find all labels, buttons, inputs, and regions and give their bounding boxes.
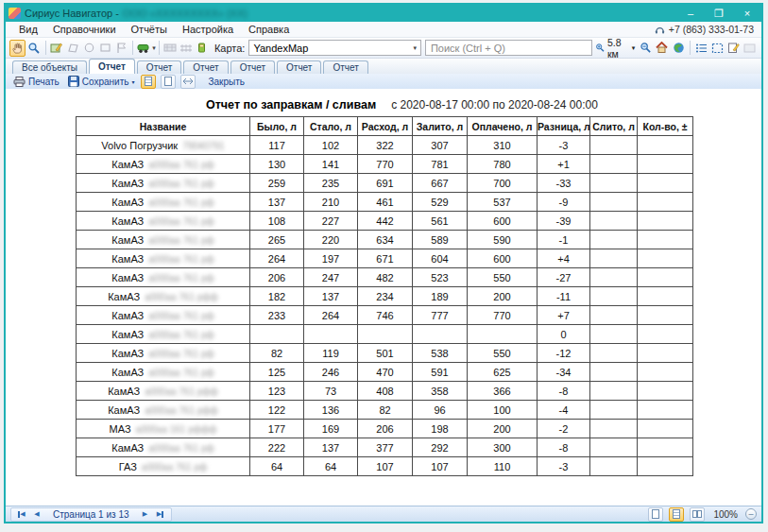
tab-4[interactable]: Отчет <box>230 60 275 74</box>
vehicle-brand: Volvo Погрузчик <box>101 140 178 151</box>
table-row: КамАЗа000аа 761 рф259235691667700-33 <box>77 174 693 193</box>
layout-page-button[interactable] <box>669 507 684 522</box>
menu-item-0[interactable]: Вид <box>11 24 45 35</box>
home-icon[interactable] <box>654 40 670 57</box>
zoom-controls: 100% – <box>647 507 757 522</box>
flag-tool-icon[interactable] <box>113 40 129 57</box>
note-edit-icon[interactable] <box>725 40 742 57</box>
table-header-row: НазваниеБыло, лСтало, лРасход, лЗалито, … <box>77 117 693 136</box>
vehicle-name-cell: МАЗа000аа 161 рффф <box>77 420 250 438</box>
value-cell: 265 <box>250 231 304 249</box>
value-cell <box>590 268 638 287</box>
value-cell: -1 <box>538 231 590 249</box>
zoom-scale-button[interactable]: 5.8 км ▾ <box>592 40 638 57</box>
menu-item-2[interactable]: Отчёты <box>124 24 175 35</box>
print-button[interactable]: Печать <box>10 75 62 89</box>
search-input[interactable]: Поиск (Ctrl + Q) <box>425 40 593 56</box>
maximize-button[interactable]: ❐ <box>705 5 733 22</box>
menu-item-4[interactable]: Справка <box>241 24 297 35</box>
vehicle-name-cell: КамАЗа000аа 761 рфф <box>77 382 250 401</box>
view-two-page-button[interactable] <box>161 75 176 89</box>
value-cell: 529 <box>413 193 468 212</box>
vehicle-brand: КамАЗ <box>111 178 144 189</box>
table-row: КамАЗа000аа 761 рф125246470591625-34 <box>77 363 693 382</box>
value-cell: 300 <box>468 438 538 457</box>
value-cell <box>638 193 693 212</box>
value-cell: -4 <box>538 401 590 420</box>
value-cell <box>638 155 693 174</box>
value-cell: 259 <box>250 174 304 193</box>
rect-tool-icon[interactable] <box>97 40 113 57</box>
tab-1-active[interactable]: Отчет <box>89 59 135 74</box>
next-page-button[interactable]: ▶ <box>139 508 152 521</box>
edit-map-icon[interactable] <box>48 40 64 57</box>
value-cell: 197 <box>304 249 358 268</box>
value-cell: 671 <box>358 249 413 268</box>
value-cell: 442 <box>358 212 413 231</box>
layout-normal-button[interactable] <box>648 507 663 522</box>
bridge-icon[interactable] <box>162 40 179 57</box>
vehicle-dropdown-arrow[interactable]: ▾ <box>152 44 156 52</box>
value-cell: -34 <box>538 363 590 382</box>
vehicle-brand: ГАЗ <box>119 461 137 472</box>
circle-tool-icon[interactable] <box>81 40 97 57</box>
menu-item-1[interactable]: Справочники <box>45 24 124 35</box>
value-cell: -33 <box>538 174 590 193</box>
scale-value: 5.8 км <box>607 37 630 60</box>
tab-5[interactable]: Отчет <box>277 60 321 74</box>
tab-2[interactable]: Отчет <box>137 60 181 74</box>
vehicle-name-cell: КамАЗа000аа 761 рф <box>77 231 250 249</box>
rail-icon[interactable] <box>179 40 195 57</box>
value-cell <box>590 344 638 363</box>
extra-disabled-icon[interactable] <box>742 40 758 57</box>
vehicle-name-cell: Volvo Погрузчик79040791 <box>77 136 250 155</box>
map-select[interactable]: YandexMap ▾ <box>248 40 421 56</box>
view-fit-button[interactable] <box>180 75 196 89</box>
table-row: КамАЗа000аа 761 рфф182137234189200-11 <box>77 287 693 306</box>
vehicle-brand: КамАЗ <box>111 215 144 227</box>
menu-item-3[interactable]: Настройка <box>175 24 241 35</box>
vehicle-icon[interactable] <box>136 40 152 57</box>
table-row: КамАЗа000аа 761 рфф12373408358366-8 <box>77 382 693 401</box>
pan-hand-icon[interactable] <box>9 40 26 57</box>
value-cell <box>590 457 638 476</box>
last-page-button[interactable]: ▶ <box>154 508 167 521</box>
list-icon[interactable] <box>693 40 709 57</box>
value-cell: 600 <box>468 249 538 268</box>
first-page-button[interactable]: ◀ <box>15 508 28 521</box>
zoom-percentage: 100% <box>713 509 738 520</box>
tab-6[interactable]: Отчет <box>323 60 367 74</box>
value-cell: 307 <box>413 136 468 155</box>
zoom-out-button[interactable]: – <box>745 508 757 520</box>
value-cell <box>638 212 693 231</box>
value-cell: 141 <box>304 155 358 174</box>
value-cell <box>590 136 638 155</box>
value-cell: 501 <box>358 344 413 363</box>
value-cell: 408 <box>358 382 413 401</box>
close-report-button[interactable]: Закрыть <box>205 75 247 89</box>
value-cell: 591 <box>413 363 468 382</box>
select-frame-icon[interactable] <box>709 40 725 57</box>
value-cell: -8 <box>538 438 590 457</box>
value-cell: 770 <box>468 306 538 325</box>
value-cell: -12 <box>538 344 590 363</box>
value-cell: 233 <box>250 306 304 325</box>
value-cell: -11 <box>538 287 590 306</box>
zoom-out-icon[interactable] <box>638 40 654 57</box>
tab-3[interactable]: Отчет <box>183 60 228 74</box>
layout-multi-button[interactable] <box>690 507 705 522</box>
minimize-button[interactable]: – <box>676 5 705 22</box>
vehicle-name-cell: КамАЗа000аа 761 рфф <box>77 401 250 420</box>
zoom-search-icon[interactable] <box>26 40 42 57</box>
column-header: Слито, л <box>590 117 638 136</box>
fuel-icon[interactable] <box>195 40 211 57</box>
prev-page-button[interactable]: ◀ <box>30 508 43 521</box>
polygon-tool-icon[interactable] <box>65 40 81 57</box>
view-single-page-button[interactable] <box>141 75 156 89</box>
tab-0[interactable]: Все объекты <box>12 60 87 74</box>
value-cell <box>638 268 693 287</box>
value-cell: 108 <box>250 212 304 231</box>
save-button[interactable]: Сохранить ▾ <box>65 75 138 89</box>
close-button[interactable]: × <box>733 5 761 22</box>
globe-icon[interactable] <box>671 40 687 57</box>
